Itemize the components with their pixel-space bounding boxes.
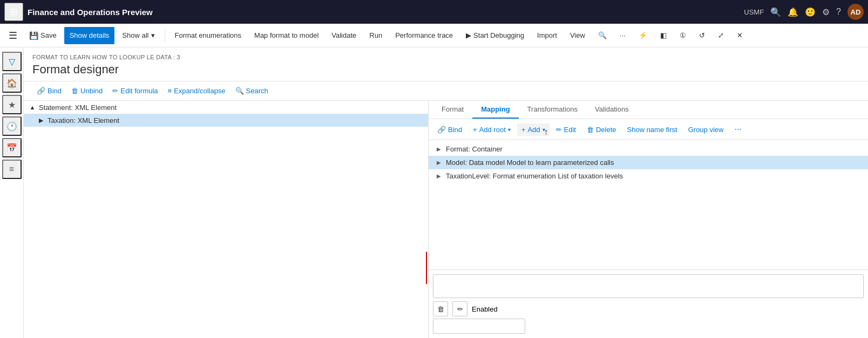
grid-icon[interactable]: ⊞ (4, 3, 23, 21)
more-actions-button[interactable]: ··· (614, 27, 631, 44)
bind-button[interactable]: 🔗 Bind (32, 85, 66, 97)
start-debugging-button[interactable]: ▶ Start Debugging (460, 27, 530, 44)
add-plus-icon: + (521, 126, 526, 134)
tab-validations[interactable]: Validations (586, 101, 638, 119)
ds-item-format-container[interactable]: ▶ Format: Container (429, 142, 868, 156)
group-view-button[interactable]: Group view (684, 123, 728, 136)
bell-icon[interactable]: 🔔 (788, 7, 798, 17)
taxation-level-expand-icon: ▶ (435, 173, 443, 180)
nav-list-icon[interactable]: ≡ (2, 160, 22, 179)
hamburger-button[interactable]: ☰ (4, 27, 22, 44)
enabled-row: 🗑 ✏ Enabled (433, 301, 864, 316)
format-toolbar: 🔗 Bind 🗑 Unbind ✏ Edit formula ≡ Expand/… (24, 81, 868, 101)
enabled-input[interactable] (433, 319, 525, 334)
expand-collapse-button[interactable]: ≡ Expand/collapse (164, 85, 230, 97)
add-root-button[interactable]: + Add root ▾ (469, 123, 515, 136)
tab-mapping[interactable]: Mapping (472, 101, 518, 119)
add-button[interactable]: + Add ▾ ↑ (517, 123, 550, 136)
mapping-bind-label: Bind (448, 126, 462, 134)
import-button[interactable]: Import (532, 27, 562, 44)
enabled-delete-icon: 🗑 (437, 305, 444, 313)
nav-favorites-icon[interactable]: ★ (2, 95, 22, 114)
format-enumerations-button[interactable]: Format enumerations (169, 27, 247, 44)
unbind-button[interactable]: 🗑 Unbind (67, 85, 107, 97)
enabled-edit-button[interactable]: ✏ (452, 301, 467, 316)
save-label: Save (40, 31, 57, 39)
view-label: View (570, 31, 585, 39)
top-bar: ⊞ Finance and Operations Preview USMF 🔍 … (0, 0, 868, 24)
tab-format-label: Format (442, 105, 464, 113)
group-view-label: Group view (688, 126, 724, 134)
enabled-edit-icon: ✏ (457, 305, 463, 313)
search-icon: 🔍 (235, 87, 244, 95)
datasource-tree: ▶ Format: Container ▶ Model: Data model … (429, 140, 868, 270)
badge-button[interactable]: ① (674, 27, 691, 44)
bind-icon: 🔗 (37, 87, 45, 95)
nav-recent-icon[interactable]: 🕐 (2, 116, 22, 136)
ds-item-taxation-level[interactable]: ▶ TaxationLevel: Format enumeration List… (429, 169, 868, 183)
format-container-expand-icon: ▶ (435, 146, 443, 153)
action-search-button[interactable]: 🔍 (593, 27, 612, 44)
delete-label: Delete (596, 126, 616, 134)
map-format-button[interactable]: Map format to model (249, 27, 324, 44)
run-button[interactable]: Run (364, 27, 388, 44)
import-label: Import (537, 31, 557, 39)
search-button[interactable]: 🔍 Search (231, 85, 273, 97)
panels: ▲ Statement: XML Element ▶ Taxation: XML… (24, 101, 868, 338)
perf-trace-label: Performance trace (395, 31, 453, 39)
nav-calendar-icon[interactable]: 📅 (2, 138, 22, 157)
refresh-button[interactable]: ↺ (694, 27, 710, 44)
map-format-label: Map format to model (254, 31, 318, 39)
edit-formula-label: Edit formula (120, 87, 158, 95)
show-name-first-button[interactable]: Show name first (623, 123, 682, 136)
enabled-label: Enabled (472, 305, 498, 313)
validate-label: Validate (331, 31, 356, 39)
gear-icon[interactable]: ⚙ (822, 7, 830, 17)
search-label: Search (246, 87, 268, 95)
edit-formula-icon: ✏ (112, 87, 118, 95)
show-all-button[interactable]: Show all ▾ (117, 27, 160, 44)
mapping-tabs: Format Mapping Transformations Validatio… (429, 101, 868, 119)
formula-box[interactable] (433, 274, 864, 298)
nav-filter-icon[interactable]: ▽ (2, 52, 22, 71)
save-button[interactable]: 💾 Save (24, 27, 62, 44)
debug-icon: ▶ (466, 31, 471, 39)
expand-button[interactable]: ⤢ (713, 27, 729, 44)
smile-icon[interactable]: 🙂 (805, 7, 816, 17)
format-enum-label: Format enumerations (175, 31, 242, 39)
format-tree-panel: ▲ Statement: XML Element ▶ Taxation: XML… (24, 101, 429, 338)
panel-icon-button[interactable]: ◧ (655, 27, 672, 44)
delete-button[interactable]: 🗑 Delete (582, 123, 621, 136)
tab-format[interactable]: Format (433, 101, 472, 119)
mapping-bottom: 🗑 ✏ Enabled (429, 270, 868, 338)
more-dots-icon: ··· (734, 125, 741, 134)
edit-button[interactable]: ✏ Edit (552, 123, 580, 136)
show-details-button[interactable]: Show details (64, 27, 115, 44)
model-data-expand-icon: ▶ (435, 159, 443, 167)
main-layout: ▽ 🏠 ★ 🕐 📅 ≡ FORMAT TO LEARN HOW TO LOOKU… (0, 47, 868, 338)
avatar[interactable]: AD (847, 4, 864, 20)
more-mapping-button[interactable]: ··· (730, 122, 745, 136)
add-label: Add (527, 126, 540, 134)
mapping-bind-button[interactable]: 🔗 Bind (433, 123, 466, 136)
tree-item-statement[interactable]: ▲ Statement: XML Element (24, 101, 428, 114)
validate-button[interactable]: Validate (326, 27, 362, 44)
lightning-icon-button[interactable]: ⚡ (633, 27, 653, 44)
add-root-plus-icon: + (473, 126, 477, 134)
nav-home-icon[interactable]: 🏠 (2, 73, 22, 93)
tab-transformations[interactable]: Transformations (519, 101, 586, 119)
tab-transformations-label: Transformations (527, 105, 578, 113)
mapping-toolbar: 🔗 Bind + Add root ▾ + Add ▾ ↑ (429, 119, 868, 140)
view-button[interactable]: View (565, 27, 591, 44)
ds-item-model-data[interactable]: ▶ Model: Data model Model to learn param… (429, 156, 868, 169)
usmf-label: USMF (744, 8, 764, 16)
enabled-delete-button[interactable]: 🗑 (433, 301, 448, 316)
edit-label: Edit (564, 126, 576, 134)
help-icon[interactable]: ? (836, 7, 841, 17)
edit-formula-button[interactable]: ✏ Edit formula (108, 85, 162, 97)
app-title: Finance and Operations Preview (28, 8, 740, 17)
perf-trace-button[interactable]: Performance trace (390, 27, 458, 44)
close-button[interactable]: ✕ (731, 27, 748, 44)
search-icon[interactable]: 🔍 (770, 7, 781, 17)
tree-item-taxation[interactable]: ▶ Taxation: XML Element (24, 114, 428, 127)
